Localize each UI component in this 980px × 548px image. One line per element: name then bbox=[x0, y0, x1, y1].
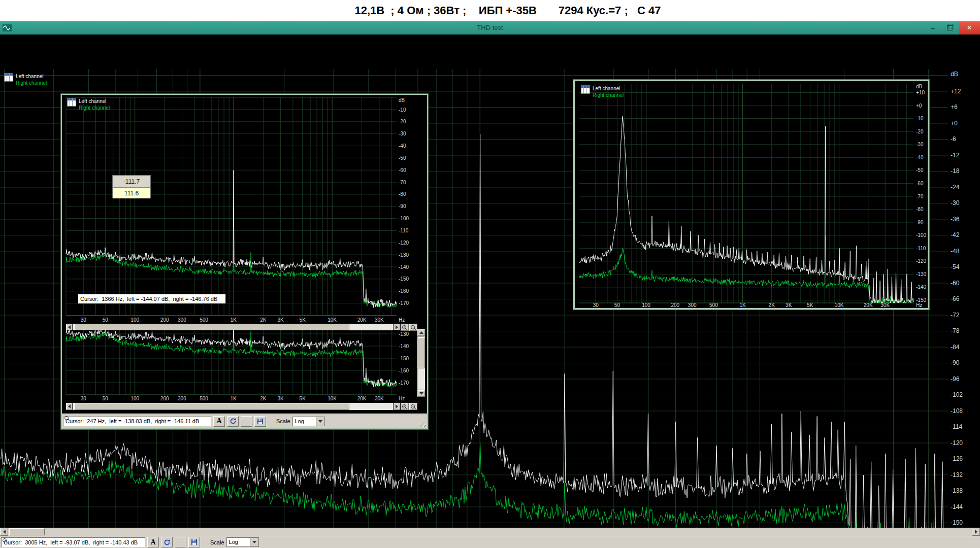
maximize-button[interactable] bbox=[941, 21, 959, 35]
right-arrow-icon bbox=[975, 530, 977, 534]
scroll-left-button[interactable] bbox=[66, 403, 73, 410]
svg-text:-30: -30 bbox=[916, 142, 924, 147]
svg-text:-50: -50 bbox=[399, 155, 406, 161]
spectrum-window-1[interactable]: dB-10-20-30-40-50-60-70-80-90-100-110-12… bbox=[61, 94, 428, 429]
svg-text:dB: dB bbox=[399, 97, 405, 103]
resize-grip[interactable] bbox=[419, 420, 426, 427]
up-arrow-icon bbox=[419, 331, 423, 334]
pane2-hscrollbar[interactable] bbox=[66, 403, 417, 410]
svg-text:Hz: Hz bbox=[916, 302, 922, 308]
magnifier-button[interactable] bbox=[175, 537, 186, 547]
magnifier-icon bbox=[3, 538, 7, 542]
svg-text:30K: 30K bbox=[880, 302, 890, 308]
zoom-in-icon bbox=[402, 325, 406, 329]
svg-text:-80: -80 bbox=[399, 191, 406, 197]
svg-text:-108: -108 bbox=[951, 407, 963, 415]
scroll-thumb[interactable] bbox=[417, 337, 425, 368]
svg-text:2K: 2K bbox=[260, 317, 267, 323]
spectrum-window-icon[interactable] bbox=[4, 73, 13, 82]
main-statusbar: Cursor: 3005 Hz, left = -93.07 dB, right… bbox=[0, 536, 980, 548]
scroll-left-button[interactable] bbox=[66, 324, 73, 330]
svg-text:+10: +10 bbox=[916, 90, 925, 95]
close-button[interactable]: × bbox=[959, 21, 980, 35]
refresh-button[interactable] bbox=[227, 416, 239, 427]
main-hscrollbar[interactable] bbox=[0, 528, 980, 536]
scale-dropdown[interactable]: Log bbox=[226, 537, 259, 547]
legend-left-channel: Left channel bbox=[593, 85, 624, 92]
svg-text:-36: -36 bbox=[951, 216, 960, 223]
scroll-thumb[interactable] bbox=[9, 528, 45, 535]
svg-text:-150: -150 bbox=[951, 519, 963, 526]
scroll-thumb[interactable] bbox=[74, 324, 349, 330]
spectrum-window-icon[interactable] bbox=[67, 98, 76, 107]
right-arrow-icon bbox=[396, 404, 398, 408]
svg-text:100: 100 bbox=[130, 317, 139, 323]
svg-text:300: 300 bbox=[178, 317, 186, 323]
svg-text:-40: -40 bbox=[916, 155, 924, 160]
scroll-thumb[interactable] bbox=[74, 403, 349, 410]
annotation-bar: 12,1В ; 4 Ом ; 36Вт ; ИБП +-35В 7294 Кус… bbox=[0, 0, 980, 21]
zoom-in-button[interactable] bbox=[401, 324, 409, 331]
magnifier-button[interactable] bbox=[241, 416, 252, 427]
svg-text:-70: -70 bbox=[916, 194, 924, 199]
scale-dropdown[interactable]: Log bbox=[292, 417, 325, 426]
svg-text:-132: -132 bbox=[951, 471, 963, 478]
titlebar: THD test – × bbox=[0, 21, 980, 35]
font-button[interactable]: A bbox=[213, 416, 225, 427]
save-button[interactable] bbox=[254, 416, 266, 427]
scroll-up-button[interactable] bbox=[417, 329, 425, 336]
font-button[interactable]: A bbox=[147, 537, 159, 547]
cursor-readout: Cursor: 3005 Hz, left = -93.07 dB, right… bbox=[1, 537, 145, 547]
svg-text:+0: +0 bbox=[951, 120, 958, 127]
svg-text:Hz: Hz bbox=[399, 396, 405, 401]
scroll-left-button[interactable] bbox=[0, 528, 8, 536]
window2-spectrum-plot: dB+10+0-10-20-30-40-50-60-70-80-90-100-1… bbox=[575, 81, 928, 308]
zoom-in-button[interactable] bbox=[401, 403, 409, 410]
svg-text:20K: 20K bbox=[357, 396, 367, 401]
pane1-hscrollbar[interactable] bbox=[66, 324, 417, 330]
app-icon[interactable] bbox=[3, 24, 12, 32]
zoom-out-button[interactable] bbox=[409, 324, 417, 331]
zoom-out-button[interactable] bbox=[409, 403, 417, 410]
save-button[interactable] bbox=[188, 537, 200, 547]
spectrum-window-icon[interactable] bbox=[581, 85, 590, 94]
svg-text:-100: -100 bbox=[916, 232, 926, 238]
legend-left-channel: Left channel bbox=[16, 73, 47, 80]
minimize-button[interactable]: – bbox=[924, 21, 941, 35]
svg-text:-150: -150 bbox=[399, 356, 409, 361]
dropdown-button[interactable] bbox=[316, 417, 324, 426]
svg-text:-54: -54 bbox=[951, 263, 960, 270]
svg-text:500: 500 bbox=[709, 302, 718, 308]
svg-text:20K: 20K bbox=[864, 302, 873, 308]
svg-text:3K: 3K bbox=[277, 396, 284, 401]
svg-text:-138: -138 bbox=[951, 487, 963, 494]
waveform-icon bbox=[3, 24, 12, 32]
svg-text:10K: 10K bbox=[835, 302, 844, 308]
left-arrow-icon bbox=[3, 530, 6, 534]
svg-text:-78: -78 bbox=[951, 327, 960, 334]
window-title: THD test bbox=[0, 21, 980, 35]
svg-text:50: 50 bbox=[103, 396, 109, 401]
svg-text:-160: -160 bbox=[399, 288, 409, 294]
dropdown-button[interactable] bbox=[250, 538, 258, 546]
svg-text:30: 30 bbox=[81, 317, 87, 323]
spectrum-window-2[interactable]: dB+10+0-10-20-30-40-50-60-70-80-90-100-1… bbox=[573, 80, 929, 310]
scroll-right-button[interactable] bbox=[394, 403, 400, 410]
svg-text:500: 500 bbox=[200, 317, 208, 323]
legend-left-channel: Left channel bbox=[79, 98, 110, 105]
svg-text:100: 100 bbox=[130, 396, 139, 401]
refresh-button[interactable] bbox=[161, 537, 173, 547]
pane2-vscrollbar[interactable] bbox=[417, 329, 425, 397]
scroll-right-button[interactable] bbox=[972, 528, 980, 536]
svg-text:200: 200 bbox=[671, 302, 679, 308]
tooltip-left-value: -111.7 bbox=[113, 176, 150, 188]
scroll-track[interactable] bbox=[73, 324, 393, 330]
svg-text:-120: -120 bbox=[399, 240, 409, 246]
zoom-out-icon bbox=[411, 325, 415, 329]
svg-text:1K: 1K bbox=[231, 317, 237, 323]
scroll-track[interactable] bbox=[73, 403, 393, 410]
scroll-right-button[interactable] bbox=[394, 324, 400, 330]
scroll-track[interactable] bbox=[417, 336, 425, 390]
chevron-down-icon bbox=[318, 420, 322, 423]
scroll-down-button[interactable] bbox=[417, 390, 425, 397]
